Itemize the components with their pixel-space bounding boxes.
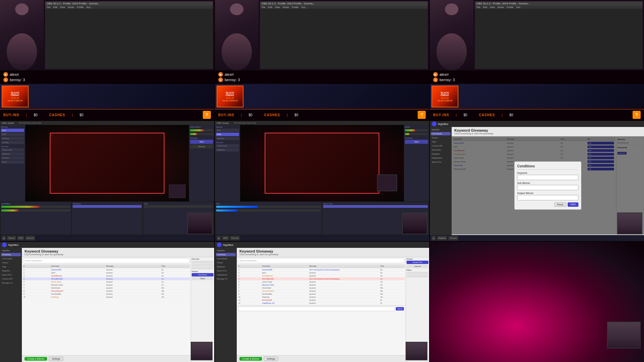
obs-body-1: [45, 9, 213, 69]
sidebar-nightbot-1[interactable]: NightBot: [1, 249, 21, 252]
gw-search-1[interactable]: Search participants...: [23, 258, 190, 263]
cam-inset-preview-2: [377, 174, 397, 191]
obs-mixer-panel-2: Audio Controls Start: [404, 125, 429, 201]
sidebar-manage-2[interactable]: Manage Ch.: [216, 277, 236, 281]
sidebar-timers-1[interactable]: Timers: [1, 261, 21, 264]
sidebar-integrations[interactable]: Integrations: [431, 156, 451, 160]
sidebar-custom-api[interactable]: Custom API: [431, 144, 451, 147]
modal-save-btn[interactable]: Save: [568, 202, 578, 207]
sidebar-nb-2[interactable]: NightBot: [216, 249, 236, 252]
create-winner-btn-2[interactable]: Create a Winner: [239, 357, 262, 361]
chat-input[interactable]: [238, 306, 395, 311]
sidebar-reg-2[interactable]: Regulars: [216, 265, 236, 268]
gw-footer-1: Create a Winner Settings: [22, 355, 214, 362]
start-streaming-btn-2[interactable]: Start: [405, 140, 428, 144]
source-item-3[interactable]: Overlay: [1, 156, 24, 160]
obs-scenes-panel-2: Scenes Live BRB Starting Sources Game Ca…: [215, 125, 240, 201]
taskbar-3: ⊞ NightBot Chrome: [430, 235, 644, 241]
row-g26: 6 Maverick_Poker keyword 1m: [237, 284, 405, 287]
giveaway-window-2: NightBot NightBot Giveaway Commands Time…: [215, 242, 429, 362]
source-item-2[interactable]: Webcam: [1, 152, 24, 156]
gw-search-2[interactable]: Search participants...: [237, 258, 405, 263]
chat-send-btn[interactable]: Send: [396, 307, 404, 310]
source-item-4[interactable]: Chat: [1, 160, 24, 164]
giveaway-window-modal: NightBot NightBot Commands Timers Tags C…: [430, 121, 644, 241]
sale-banner-3: BLACK FRIDAY SALE Get Up To $300 Off: [430, 84, 644, 109]
transition-fade[interactable]: [73, 205, 142, 208]
keyword-input[interactable]: [517, 175, 578, 180]
sidebar-cmd-2[interactable]: Commands: [216, 257, 236, 260]
sub-icon-3: ●: [433, 77, 438, 82]
settings-btn-1[interactable]: Settings: [49, 357, 63, 361]
sidebar-timers[interactable]: Timers: [431, 136, 451, 139]
sidebar-commands-1[interactable]: Commands: [1, 257, 21, 260]
row-g5: 5 JohnD_Deals keyword 1m: [23, 281, 190, 284]
row-g29: 9 RiverRatMike keyword 20s: [237, 293, 405, 296]
obs-preview-box-1: [50, 133, 164, 194]
start-recording-btn[interactable]: Record: [190, 144, 213, 149]
row-g10: 10 FlopKingz keyword 10s: [23, 296, 190, 299]
row-g27: 7 UltraGrinder keyword 45s: [237, 287, 405, 290]
pick-winner-btn[interactable]: Pick Winner: [192, 273, 214, 276]
sidebar-commands[interactable]: Commands: [431, 132, 451, 135]
scene-item-3[interactable]: Starting: [1, 137, 24, 140]
scene-item-21[interactable]: Live: [216, 129, 239, 132]
modal-reset-btn[interactable]: Reset: [554, 202, 566, 207]
scene-item-22[interactable]: BRB: [216, 133, 239, 136]
sidebar-int-2[interactable]: Integrations: [216, 273, 236, 276]
sidebar-tags[interactable]: Tags: [431, 140, 451, 143]
sidebar-tags-1[interactable]: Tags: [1, 265, 21, 268]
question-btn-3[interactable]: ?: [633, 111, 641, 119]
settings-btn-2[interactable]: Settings: [264, 357, 278, 361]
source-item-21[interactable]: Game Cap: [216, 144, 239, 147]
gw-header-2: Keyword Giveaway Click something to star…: [237, 248, 429, 257]
output-winner-input[interactable]: [517, 195, 578, 200]
obs-screen-2: OBS Studio File Edit View Tools Help Sce…: [215, 121, 429, 241]
question-btn-2[interactable]: ?: [418, 111, 426, 119]
reset-giveaway-btn[interactable]: Reset: [192, 277, 214, 280]
sidebar-spam-protect[interactable]: Spam Prot.: [431, 160, 451, 164]
obs-edit-cell-1: OBS Studio File Edit View Tools Help Sce…: [0, 121, 214, 241]
scene-item-4[interactable]: Ending: [1, 141, 24, 144]
sale-img-1: BLACK FRIDAY SALE Get Up To $300 Off: [2, 86, 29, 107]
obs-menubar-3[interactable]: File Edit View Docks Profile Sce...: [475, 6, 643, 9]
obs-titlebar-2: OBS 30.2.3 - Profile: 2024 Profile - Sce…: [260, 1, 428, 6]
obs-body-2: [260, 9, 428, 69]
webcam-1: [0, 0, 44, 70]
clear-btn[interactable]: Clear All: [407, 265, 428, 268]
sidebar-spam-2[interactable]: Spam Prot.: [216, 269, 236, 272]
sidebar-manage-1[interactable]: Manage Ch.: [1, 281, 21, 285]
sidebar-nightbot[interactable]: NightBot: [431, 128, 451, 131]
scene-item-2[interactable]: BRB: [1, 133, 24, 136]
create-winner-btn-1[interactable]: Create a Winner: [25, 357, 47, 361]
gw-body-2: NightBot Giveaway Commands Timers Regula…: [215, 248, 429, 362]
sidebar-gw-2[interactable]: Giveaway: [216, 253, 236, 256]
cam-inset-6: [607, 322, 641, 349]
sidebar-regulars[interactable]: Regulars: [431, 152, 451, 156]
gw-header-1: Keyword Giveaway Click something to star…: [22, 248, 214, 257]
question-btn-1[interactable]: ?: [203, 111, 211, 119]
sub-winner-input[interactable]: [517, 185, 578, 190]
row-g28: 8 StreamSniper44 keyword 30s: [237, 290, 405, 293]
source-item-1[interactable]: Game Cap: [1, 148, 24, 152]
sidebar-reg-1[interactable]: Regulars: [1, 269, 21, 272]
obs-menubar-2[interactable]: File Edit View Docks Profile Sce...: [260, 6, 428, 9]
sidebar-tim-2[interactable]: Timers: [216, 261, 236, 264]
obs-mixer-panel-1: Audio Mixer Controls Start Record: [189, 125, 214, 201]
nightbot-logo-2: [217, 242, 222, 247]
obs-menubar-1[interactable]: File Edit View Docks Profile Sce...: [45, 6, 213, 9]
sidebar-spam-1[interactable]: Spam Prot.: [1, 273, 21, 276]
nightbot-logo-modal: [432, 122, 437, 126]
scene-item-1[interactable]: Live: [1, 129, 24, 132]
scene-item-23[interactable]: Starting: [216, 137, 239, 140]
nightbot-modal-cell: NightBot NightBot Commands Timers Tags C…: [430, 121, 644, 241]
sidebar-song-requests[interactable]: Song Req.: [431, 148, 451, 152]
sidebar-custom-1[interactable]: Custom API: [1, 277, 21, 281]
start-streaming-btn[interactable]: Start: [190, 140, 213, 144]
obs-window-1: OBS 30.2.2 - Profile: 2024 Profile - Sce…: [45, 1, 213, 69]
source-item-22[interactable]: Webcam: [216, 148, 239, 152]
row-g7: 7 UltraGrinder keyword 45s: [23, 287, 190, 290]
sidebar-giveaway-1[interactable]: Giveaway: [1, 253, 21, 256]
obs-preview-area-2: [240, 125, 404, 201]
random-winner-btn[interactable]: Random Win: [407, 261, 428, 264]
